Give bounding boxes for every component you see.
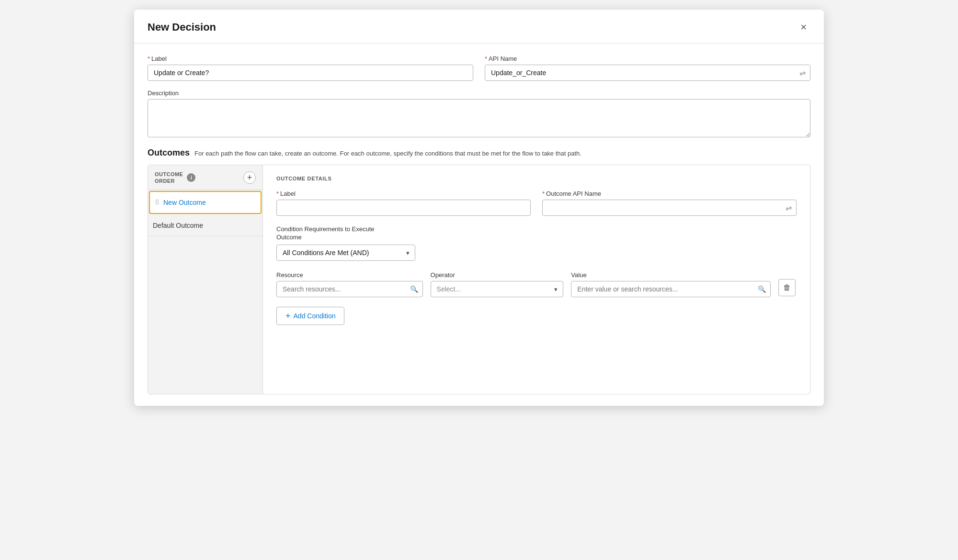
modal-title: New Decision (148, 21, 216, 34)
label-input[interactable] (148, 65, 473, 81)
close-button[interactable]: × (797, 19, 810, 35)
label-apiname-row: *Label *API Name ⇌ (148, 55, 810, 81)
outcome-order-header: OUTCOMEORDER i + (148, 165, 262, 190)
modal-header: New Decision × (134, 10, 824, 44)
outcomes-section-header: Outcomes For each path the flow can take… (148, 148, 810, 158)
details-api-required: * (542, 190, 545, 197)
add-condition-plus-icon: + (285, 312, 291, 320)
outcome-details-panel: OUTCOME DETAILS *Label *Outcome API Name (263, 165, 810, 394)
condition-row-1: Resource 🔍 Operator Select... (276, 271, 797, 297)
api-name-group: *API Name ⇌ (485, 55, 810, 81)
details-api-name-label: *Outcome API Name (542, 190, 797, 197)
description-label: Description (148, 90, 810, 97)
api-name-wrapper: ⇌ (485, 65, 810, 81)
description-input[interactable] (148, 99, 810, 137)
default-outcome-label: Default Outcome (153, 222, 203, 229)
condition-select-wrapper: All Conditions Are Met (AND) Any Conditi… (276, 245, 415, 261)
outcome-details-title: OUTCOME DETAILS (276, 176, 797, 181)
resource-search-wrapper: 🔍 (276, 281, 423, 297)
details-api-name-icon: ⇌ (786, 203, 792, 213)
delete-condition-button[interactable]: 🗑 (778, 279, 796, 296)
info-icon[interactable]: i (187, 173, 195, 182)
condition-requirements-group: Condition Requirements to Execute Outcom… (276, 225, 797, 261)
outcome-item-default[interactable]: Default Outcome (148, 215, 262, 236)
outcome-item-new[interactable]: ⠿ New Outcome (149, 191, 262, 214)
label-group: *Label (148, 55, 473, 81)
label-field-label: *Label (148, 55, 473, 62)
add-outcome-button[interactable]: + (243, 171, 256, 184)
api-name-field-label: *API Name (485, 55, 810, 62)
description-group: Description (148, 90, 810, 137)
details-label-input[interactable] (276, 200, 531, 216)
details-label-required: * (276, 190, 279, 197)
conditions-table: Resource 🔍 Operator Select... (276, 271, 797, 297)
api-required-star: * (485, 55, 487, 62)
add-condition-label: Add Condition (294, 312, 336, 320)
condition-req-sub: Outcome (276, 234, 797, 241)
resource-search-icon: 🔍 (410, 285, 418, 293)
outcome-order-panel: OUTCOMEORDER i + ⠿ New Outcome Default O… (148, 165, 263, 394)
resource-search-input[interactable] (276, 281, 423, 297)
details-api-name-group: *Outcome API Name ⇌ (542, 190, 797, 216)
outcomes-title: Outcomes (148, 148, 190, 158)
value-input[interactable] (571, 281, 771, 297)
value-search-icon: 🔍 (758, 285, 766, 293)
modal-body: *Label *API Name ⇌ Description Outcomes (134, 44, 824, 406)
add-condition-button[interactable]: + Add Condition (276, 307, 344, 325)
value-col-label: Value (571, 271, 771, 279)
outcome-order-label: OUTCOMEORDER (155, 171, 183, 185)
value-col: Value 🔍 (571, 271, 771, 297)
operator-col: Operator Select... Equals Not Equal To G… (431, 271, 564, 297)
details-label-field-label: *Label (276, 190, 531, 197)
resource-col: Resource 🔍 (276, 271, 423, 297)
outcomes-description: For each path the flow can take, create … (194, 150, 582, 157)
operator-col-label: Operator (431, 271, 564, 279)
api-name-input[interactable] (485, 65, 810, 81)
api-name-icon: ⇌ (799, 68, 806, 78)
label-required-star: * (148, 55, 150, 62)
outcomes-area: OUTCOMEORDER i + ⠿ New Outcome Default O… (148, 165, 810, 394)
condition-req-label: Condition Requirements to Execute (276, 225, 797, 233)
operator-select-wrapper: Select... Equals Not Equal To Greater Th… (431, 281, 564, 297)
drag-handle-new: ⠿ (155, 199, 160, 206)
resource-col-label: Resource (276, 271, 423, 279)
value-search-wrapper: 🔍 (571, 281, 771, 297)
details-label-apiname-row: *Label *Outcome API Name ⇌ (276, 190, 797, 216)
new-outcome-label: New Outcome (163, 199, 206, 206)
details-label-group: *Label (276, 190, 531, 216)
condition-requirements-select[interactable]: All Conditions Are Met (AND) Any Conditi… (276, 245, 415, 261)
details-api-name-input[interactable] (542, 200, 797, 216)
operator-select[interactable]: Select... Equals Not Equal To Greater Th… (431, 281, 564, 297)
delete-col: 🗑 (778, 279, 797, 296)
details-api-name-wrapper: ⇌ (542, 200, 797, 216)
new-decision-modal: New Decision × *Label *API Name ⇌ (134, 10, 824, 406)
